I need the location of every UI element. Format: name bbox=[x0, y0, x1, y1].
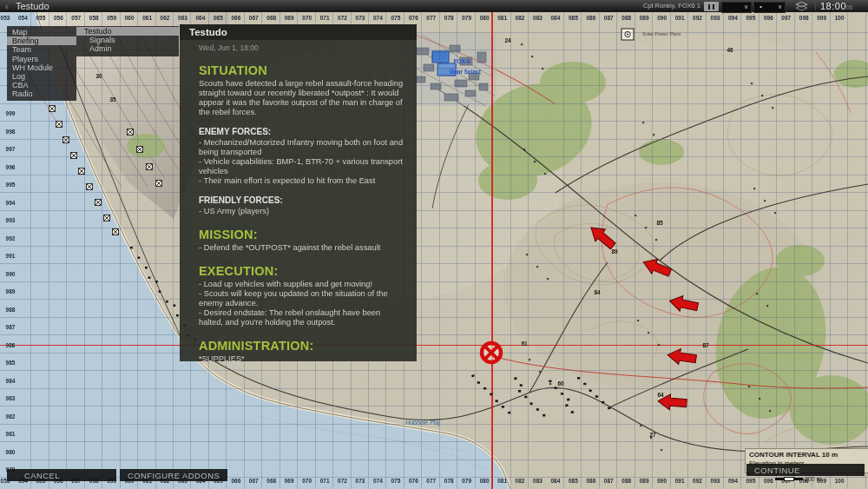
grid-label-x: 077 bbox=[426, 15, 436, 21]
briefing-line: - Desired endstate: The rebel onslaught … bbox=[199, 308, 404, 327]
grid-label-x: 083 bbox=[533, 478, 542, 484]
clock-time: 18:0000 bbox=[820, 0, 852, 14]
pause-button[interactable] bbox=[704, 2, 719, 11]
grid-label-x: 062 bbox=[161, 15, 170, 21]
briefing-line: - US Army (players) bbox=[199, 207, 404, 216]
grid-label-x: 071 bbox=[320, 478, 330, 484]
grid-label-x: 100 bbox=[835, 15, 845, 21]
grid-label-x: 066 bbox=[231, 15, 240, 21]
grid-label-x: 072 bbox=[338, 478, 347, 484]
top-bar: ‹ Testudo Cpt Ronkiy, FOX6 1 ∨ • ∨ | 18:… bbox=[0, 0, 868, 12]
grid-label-x: 085 bbox=[569, 15, 578, 21]
map-crosshair-horizontal bbox=[0, 345, 868, 346]
grid-label-x: 083 bbox=[533, 15, 542, 21]
grid-label-x: 092 bbox=[693, 15, 702, 21]
grid-label-x: 080 bbox=[480, 478, 490, 484]
grid-label-y: 984 bbox=[6, 377, 16, 383]
channel-dropdown[interactable]: ∨ bbox=[721, 2, 752, 13]
cancel-button[interactable]: CANCEL bbox=[7, 469, 116, 481]
grid-label-x: 072 bbox=[338, 15, 347, 21]
back-chevron-icon[interactable]: ‹ bbox=[5, 0, 9, 12]
map-crosshair-vertical bbox=[491, 12, 492, 489]
grid-label-x: 094 bbox=[728, 15, 738, 21]
grid-label-x: 081 bbox=[497, 15, 507, 21]
grid-label-x: 093 bbox=[711, 478, 720, 484]
grid-label-y: 994 bbox=[6, 199, 16, 205]
sidebar-menu: MapBriefingTeamPlayersWH ModuleLogCBARad… bbox=[7, 26, 76, 101]
submenu-item-admin[interactable]: Admin bbox=[76, 44, 179, 53]
sidebar-item-cba[interactable]: CBA bbox=[7, 81, 76, 89]
grid-label-x: 096 bbox=[764, 15, 773, 21]
grid-label-y: 996 bbox=[6, 163, 16, 169]
map-label: 64 bbox=[657, 392, 663, 398]
chevron-down-icon: ∨ bbox=[744, 3, 748, 11]
continue-button[interactable]: CONTINUE bbox=[746, 464, 865, 476]
grid-label-x: 086 bbox=[586, 15, 595, 21]
grid-label-y: 983 bbox=[6, 395, 16, 401]
grid-label-x: 095 bbox=[746, 478, 755, 484]
briefing-line: - Their main effort is expected to hit f… bbox=[199, 176, 404, 186]
mission-title: Testudo bbox=[16, 0, 49, 12]
grid-label-y: 995 bbox=[6, 182, 16, 188]
grid-label-x: 085 bbox=[569, 478, 578, 484]
sidebar-item-players[interactable]: Players bbox=[7, 55, 76, 63]
briefing-submenu: TestudoSignalsAdmin bbox=[76, 26, 179, 56]
configure-addons-button[interactable]: CONFIGURE ADDONS bbox=[120, 469, 227, 481]
map-label: 84 bbox=[594, 289, 600, 295]
grid-label-x: 075 bbox=[391, 478, 400, 484]
grid-label-x: 075 bbox=[391, 15, 400, 21]
grid-label-x: 063 bbox=[178, 15, 187, 21]
grid-label-x: 095 bbox=[746, 15, 755, 21]
layers-icon[interactable] bbox=[795, 2, 808, 11]
grid-label-x: 073 bbox=[356, 15, 365, 21]
grid-label-x: 074 bbox=[373, 478, 383, 484]
submenu-item-signals[interactable]: Signals bbox=[76, 36, 179, 44]
submenu-item-testudo[interactable]: Testudo bbox=[76, 27, 179, 36]
briefing-section-title: MISSION: bbox=[199, 228, 404, 241]
grid-label-x: 055 bbox=[36, 15, 45, 21]
grid-label-x: 070 bbox=[302, 478, 312, 484]
sidebar-item-team[interactable]: Team bbox=[7, 45, 76, 54]
briefing-section-title: ENEMY FORCES: bbox=[199, 127, 404, 136]
grid-label-x: 068 bbox=[266, 15, 276, 21]
map-label: 89 bbox=[611, 248, 617, 254]
scale-label: 200 m bbox=[805, 476, 821, 482]
grid-label-x: 096 bbox=[764, 478, 773, 484]
grid-label-y: 990 bbox=[6, 270, 16, 276]
grid-label-x: 053 bbox=[1, 15, 10, 21]
sidebar-item-log[interactable]: Log bbox=[7, 72, 76, 81]
grid-label-x: 090 bbox=[657, 478, 667, 484]
briefing-line: - Scouts will keep you updated on the si… bbox=[199, 289, 404, 308]
grid-label-x: 064 bbox=[196, 15, 206, 21]
grid-label-x: 070 bbox=[302, 15, 312, 21]
marker-dropdown[interactable]: • ∨ bbox=[753, 2, 786, 13]
grid-label-x: 068 bbox=[266, 478, 276, 484]
grid-label-y: 988 bbox=[6, 306, 16, 312]
sidebar-item-radio[interactable]: Radio bbox=[7, 89, 76, 98]
grid-label-x: 084 bbox=[551, 15, 561, 21]
grid-label-x: 069 bbox=[285, 15, 294, 21]
grid-label-x: 091 bbox=[675, 478, 685, 484]
grid-label-x: 069 bbox=[285, 478, 294, 484]
map-label: 85 bbox=[656, 220, 662, 226]
sidebar-item-map[interactable]: Map bbox=[7, 28, 76, 36]
sidebar-item-briefing[interactable]: Briefing bbox=[7, 36, 76, 45]
grid-label-x: 100 bbox=[835, 478, 845, 484]
grid-label-x: 090 bbox=[657, 15, 667, 21]
grid-label-x: 086 bbox=[586, 478, 595, 484]
grid-label-y: 980 bbox=[6, 448, 16, 454]
grid-label-x: 077 bbox=[426, 478, 436, 484]
sidebar-item-wh-module[interactable]: WH Module bbox=[7, 63, 76, 72]
grid-label-x: 066 bbox=[231, 478, 240, 484]
grid-label-x: 094 bbox=[728, 478, 738, 484]
grid-label-y: 989 bbox=[6, 288, 16, 294]
grid-label-x: 099 bbox=[817, 15, 826, 21]
briefing-line: *SUPPLIES* bbox=[199, 354, 404, 361]
grid-label-x: 056 bbox=[54, 15, 63, 21]
briefing-section-title: SITUATION bbox=[199, 63, 404, 77]
briefing-line: - Vehicle capabilities: BMP-1, BTR-70 + … bbox=[199, 157, 404, 176]
map-canvas[interactable] bbox=[0, 0, 868, 489]
grid-label-x: 078 bbox=[444, 15, 454, 21]
grid-label-x: 092 bbox=[693, 478, 702, 484]
grid-label-x: 054 bbox=[18, 15, 28, 21]
